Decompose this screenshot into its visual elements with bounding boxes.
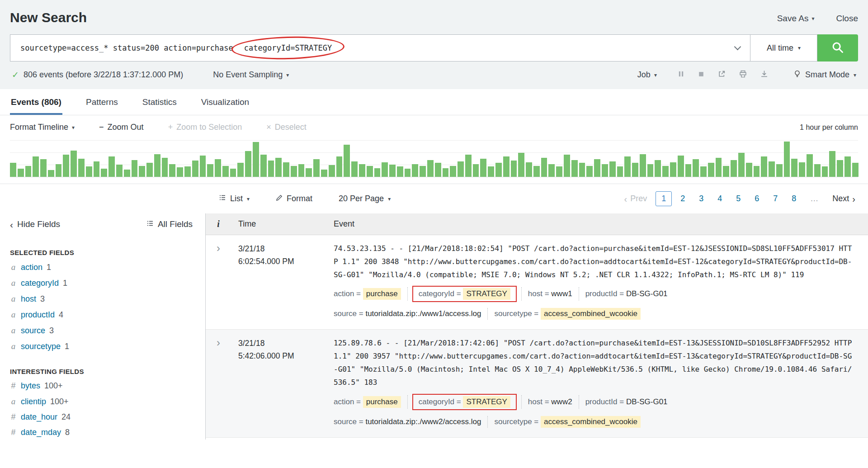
timeline-bar[interactable]: [548, 164, 555, 177]
timeline-bar[interactable]: [359, 164, 365, 177]
timeline-bar[interactable]: [222, 166, 229, 177]
save-as-menu[interactable]: Save As ▾: [777, 14, 815, 24]
timeline-bar[interactable]: [154, 154, 160, 177]
timeline-bar[interactable]: [162, 158, 168, 177]
timeline-bar[interactable]: [25, 166, 32, 177]
timeline-bar[interactable]: [48, 170, 54, 177]
timeline-bar[interactable]: [511, 161, 517, 177]
timeline-bar[interactable]: [230, 169, 236, 177]
tab-patterns[interactable]: Patterns: [85, 89, 119, 115]
timeline-bar[interactable]: [761, 156, 767, 177]
page-8[interactable]: 8: [786, 192, 802, 206]
timeline-bar[interactable]: [40, 159, 47, 177]
time-column-header[interactable]: Time: [231, 219, 324, 229]
field-item-clientip[interactable]: aclientip100+: [10, 397, 205, 407]
timeline-bar[interactable]: [844, 156, 851, 177]
timeline-bar[interactable]: [769, 161, 775, 177]
timeline-bar[interactable]: [124, 170, 130, 177]
timeline-bar[interactable]: [237, 163, 244, 177]
timeline-bar[interactable]: [473, 164, 479, 177]
field-pair-source[interactable]: source = tutorialdata.zip:./www1/access.…: [334, 308, 486, 320]
zoom-out-button[interactable]: − Zoom Out: [99, 123, 144, 132]
timeline-bar[interactable]: [746, 163, 752, 177]
field-item-source[interactable]: asource3: [10, 326, 205, 336]
smart-mode-menu[interactable]: Smart Mode ▾: [793, 70, 856, 80]
expand-event-icon[interactable]: ›: [206, 337, 231, 429]
pause-button[interactable]: [678, 70, 684, 80]
timeline-bar[interactable]: [480, 159, 486, 177]
timeline-bar[interactable]: [207, 164, 213, 177]
timeline-bar[interactable]: [624, 156, 631, 177]
page-4[interactable]: 4: [712, 192, 727, 206]
timeline-bar[interactable]: [18, 169, 24, 177]
job-menu[interactable]: Job ▾: [637, 70, 657, 80]
timeline-bar[interactable]: [670, 162, 676, 177]
timeline-bar[interactable]: [427, 160, 434, 177]
timeline-bar[interactable]: [731, 160, 737, 177]
timeline-bar[interactable]: [101, 169, 107, 177]
timeline-bar[interactable]: [564, 155, 570, 177]
timeline-bar[interactable]: [374, 168, 381, 177]
timeline-bar[interactable]: [814, 164, 821, 177]
page-5[interactable]: 5: [731, 192, 746, 206]
timeline-bar[interactable]: [405, 169, 411, 177]
timeline-bar[interactable]: [617, 166, 623, 177]
timeline-bar[interactable]: [503, 156, 509, 177]
page-1[interactable]: 1: [656, 191, 672, 206]
timeline-bar[interactable]: [807, 154, 813, 177]
timeline-bar[interactable]: [708, 163, 714, 177]
per-page-menu[interactable]: 20 Per Page ▾: [339, 194, 391, 203]
stop-button[interactable]: [698, 70, 704, 80]
timeline-bar[interactable]: [685, 164, 692, 177]
timeline-bar[interactable]: [33, 156, 39, 177]
search-expand-chevron-icon[interactable]: [734, 43, 741, 50]
format-timeline-menu[interactable]: Format Timeline ▾: [10, 123, 75, 132]
tab-statistics[interactable]: Statistics: [142, 89, 178, 115]
timeline-bar[interactable]: [799, 162, 805, 177]
timeline-bar[interactable]: [450, 166, 456, 177]
timeline-bar[interactable]: [260, 155, 267, 177]
field-pair-sourcetype[interactable]: sourcetype = access_combined_wcookie: [489, 307, 646, 321]
timeline-histogram[interactable]: [10, 140, 858, 177]
field-pair-action[interactable]: action = purchase: [334, 395, 406, 409]
page-2[interactable]: 2: [675, 192, 690, 206]
search-button[interactable]: [817, 34, 858, 61]
page-6[interactable]: 6: [749, 192, 764, 206]
timeline-bar[interactable]: [754, 166, 760, 177]
timeline-bar[interactable]: [306, 168, 312, 177]
timeline-bar[interactable]: [776, 164, 783, 177]
timeline-bar[interactable]: [822, 166, 828, 177]
timeline-bar[interactable]: [412, 164, 418, 177]
timeline-bar[interactable]: [784, 142, 790, 177]
field-item-sourcetype[interactable]: asourcetype1: [10, 341, 205, 351]
field-item-bytes[interactable]: #bytes100+: [10, 381, 205, 391]
timeline-bar[interactable]: [533, 166, 540, 177]
timeline-bar[interactable]: [200, 156, 206, 177]
timeline-bar[interactable]: [829, 151, 835, 177]
timeline-bar[interactable]: [602, 164, 608, 177]
timeline-bar[interactable]: [71, 151, 77, 177]
timeline-bar[interactable]: [791, 159, 797, 177]
timeline-bar[interactable]: [495, 163, 502, 177]
timeline-bar[interactable]: [541, 158, 547, 177]
all-fields-button[interactable]: All Fields: [146, 219, 193, 229]
timeline-bar[interactable]: [571, 160, 578, 177]
timeline-bar[interactable]: [397, 166, 403, 177]
field-item-host[interactable]: ahost3: [10, 294, 205, 304]
timeline-bar[interactable]: [184, 166, 191, 177]
timeline-bar[interactable]: [389, 165, 396, 177]
timeline-bar[interactable]: [655, 160, 661, 177]
page-7[interactable]: 7: [768, 192, 783, 206]
timeline-bar[interactable]: [647, 164, 654, 177]
timeline-bar[interactable]: [139, 166, 145, 177]
timeline-bar[interactable]: [56, 164, 62, 177]
timeline-bar[interactable]: [458, 161, 464, 177]
timeline-bar[interactable]: [10, 163, 16, 177]
timeline-bar[interactable]: [245, 151, 251, 177]
timeline-bar[interactable]: [632, 163, 638, 177]
timeline-bar[interactable]: [382, 162, 388, 177]
field-item-categoryId[interactable]: acategoryId1: [10, 278, 205, 288]
field-pair-sourcetype[interactable]: sourcetype = access_combined_wcookie: [489, 415, 646, 429]
timeline-bar[interactable]: [291, 166, 297, 177]
timeline-bar[interactable]: [488, 166, 494, 177]
